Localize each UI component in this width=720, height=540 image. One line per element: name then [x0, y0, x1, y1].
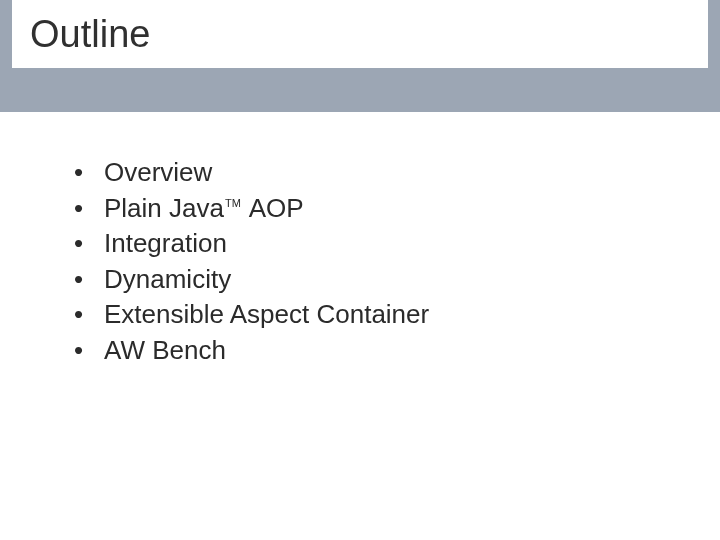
bullet-text-post: AOP: [243, 193, 304, 223]
bullet-text: AW Bench: [104, 335, 226, 365]
trademark-symbol: TM: [225, 197, 241, 209]
bullet-text: Extensible Aspect Container: [104, 299, 429, 329]
bullet-text: Integration: [104, 228, 227, 258]
bullet-list: Overview Plain JavaTM AOP Integration Dy…: [74, 156, 429, 366]
bullet-text: Overview: [104, 157, 212, 187]
list-item: Overview: [74, 156, 429, 189]
list-item: AW Bench: [74, 334, 429, 367]
bullet-text: Dynamicity: [104, 264, 231, 294]
bullet-text-pre: Plain Java: [104, 193, 224, 223]
list-item: Integration: [74, 227, 429, 260]
list-item: Plain JavaTM AOP: [74, 192, 429, 225]
list-item: Dynamicity: [74, 263, 429, 296]
title-box: Outline: [12, 0, 708, 68]
slide: Outline Overview Plain JavaTM AOP Integr…: [0, 0, 720, 540]
slide-title: Outline: [30, 13, 150, 56]
list-item: Extensible Aspect Container: [74, 298, 429, 331]
content-area: Overview Plain JavaTM AOP Integration Dy…: [74, 156, 429, 369]
